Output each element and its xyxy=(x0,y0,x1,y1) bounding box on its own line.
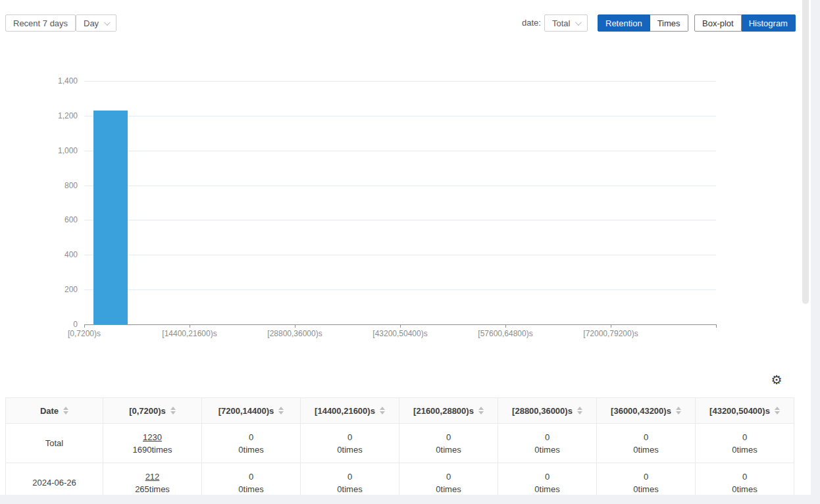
times-value: 0times xyxy=(399,483,498,495)
retention-value: 0 xyxy=(202,431,300,443)
retention-value: 0 xyxy=(301,431,399,443)
y-axis-tick-label: 1,200 xyxy=(38,111,78,120)
sort-icon[interactable] xyxy=(775,407,780,415)
value-cell: 00times xyxy=(597,424,696,463)
retention-value-link[interactable]: 212 xyxy=(103,470,201,483)
value-cell: 12301690times xyxy=(103,424,202,463)
sort-icon[interactable] xyxy=(478,407,484,415)
gridline xyxy=(84,220,716,220)
gridline xyxy=(84,151,716,151)
x-axis-tick-label: [28800,36000)s xyxy=(242,329,347,338)
x-axis-tick xyxy=(84,324,85,328)
times-value: 0times xyxy=(301,443,399,456)
sort-icon[interactable] xyxy=(380,407,385,415)
x-axis-tick xyxy=(611,324,611,328)
y-axis-tick-label: 0 xyxy=(38,320,78,329)
value-cell: 00times xyxy=(498,424,597,463)
sort-icon[interactable] xyxy=(63,407,68,415)
column-header-bin-4[interactable]: [21600,28800)s xyxy=(399,398,498,424)
times-value: 1690times xyxy=(103,443,201,456)
x-axis-tick-label: [57600,64800)s xyxy=(453,329,558,338)
value-cell: 00times xyxy=(498,463,597,495)
times-value: 0times xyxy=(696,443,794,456)
vertical-scrollbar-thumb[interactable] xyxy=(802,0,809,304)
column-header-bin-1[interactable]: [0,7200)s xyxy=(103,398,202,424)
value-cell: 00times xyxy=(696,424,794,463)
retention-value: 0 xyxy=(399,470,498,483)
y-axis-tick-label: 200 xyxy=(38,285,78,294)
gridline xyxy=(84,81,716,82)
times-value: 0times xyxy=(597,443,695,456)
times-value: 0times xyxy=(202,443,300,456)
retention-table: Date[0,7200)s[7200,14400)s[14400,21600)s… xyxy=(5,397,795,495)
retention-value: 0 xyxy=(597,431,695,443)
value-cell: 00times xyxy=(696,463,794,495)
date-cell: Total xyxy=(6,424,103,463)
times-value: 0times xyxy=(696,483,794,495)
value-cell: 00times xyxy=(202,424,301,463)
column-header-date[interactable]: Date xyxy=(6,398,103,424)
sort-icon[interactable] xyxy=(577,407,582,415)
x-axis-tick-label: [0,7200)s xyxy=(32,329,137,338)
vertical-scrollbar[interactable] xyxy=(811,0,820,504)
x-axis-tick xyxy=(190,324,190,328)
value-cell: 00times xyxy=(301,424,399,463)
column-header-label: [14400,21600)s xyxy=(315,406,375,416)
retention-value: 0 xyxy=(498,470,596,483)
gridline xyxy=(84,116,716,116)
gridline xyxy=(84,186,716,186)
x-axis-tick-label: [14400,21600)s xyxy=(137,329,242,338)
sort-icon[interactable] xyxy=(278,407,284,415)
x-axis-tick xyxy=(400,324,401,328)
value-cell: 00times xyxy=(399,424,498,463)
retention-value: 0 xyxy=(202,470,300,483)
times-value: 0times xyxy=(597,483,695,495)
retention-value: 0 xyxy=(399,431,498,443)
column-header-label: [7200,14400)s xyxy=(218,406,274,416)
gear-icon[interactable]: ⚙ xyxy=(769,372,784,388)
y-axis-tick-label: 1,000 xyxy=(38,146,78,155)
column-header-label: [28800,36000)s xyxy=(512,406,573,416)
value-cell: 00times xyxy=(301,463,399,495)
x-axis-tick xyxy=(716,324,717,328)
value-cell: 00times xyxy=(597,463,696,495)
column-header-label: [36000,43200)s xyxy=(611,406,671,416)
retention-value: 0 xyxy=(696,431,794,443)
table-row: 2024-06-26212265times00times00times00tim… xyxy=(6,463,794,495)
y-axis-tick-label: 400 xyxy=(38,250,78,259)
sort-icon[interactable] xyxy=(676,407,681,415)
value-cell: 00times xyxy=(399,463,498,495)
times-value: 0times xyxy=(202,483,300,495)
value-cell: 212265times xyxy=(103,463,202,495)
retention-value-link[interactable]: 1230 xyxy=(103,431,201,443)
histogram-chart: 1,4001,2001,0008006004002000[0,7200)s[14… xyxy=(0,0,730,349)
x-axis-tick-label: [72000,79200)s xyxy=(558,329,663,338)
table-header: Date[0,7200)s[7200,14400)s[14400,21600)s… xyxy=(6,398,794,424)
table-row: Total12301690times00times00times00times0… xyxy=(6,424,794,463)
retention-value: 0 xyxy=(597,470,695,483)
histogram-bar[interactable] xyxy=(93,111,128,324)
times-value: 0times xyxy=(498,483,596,495)
column-header-bin-5[interactable]: [28800,36000)s xyxy=(498,398,597,424)
histogram-toggle-button[interactable]: Histogram xyxy=(742,14,796,32)
x-axis-tick-label: [43200,50400)s xyxy=(347,329,453,338)
gridline xyxy=(84,255,716,255)
y-axis-tick-label: 1,400 xyxy=(38,76,78,86)
analytics-page: Recent 7 days Day date: Total Retention … xyxy=(0,0,820,504)
column-header-bin-2[interactable]: [7200,14400)s xyxy=(202,398,301,424)
column-header-bin-3[interactable]: [14400,21600)s xyxy=(301,398,399,424)
y-axis-tick-label: 600 xyxy=(38,215,78,224)
gridline xyxy=(84,290,716,290)
date-cell: 2024-06-26 xyxy=(6,463,103,495)
x-axis-tick xyxy=(295,324,295,328)
horizontal-scrollbar[interactable] xyxy=(0,495,820,504)
times-value: 0times xyxy=(399,443,498,456)
column-header-bin-6[interactable]: [36000,43200)s xyxy=(597,398,696,424)
sort-icon[interactable] xyxy=(170,407,176,415)
y-axis-tick-label: 800 xyxy=(38,181,78,190)
column-header-bin-7[interactable]: [43200,50400)s xyxy=(696,398,794,424)
retention-value: 0 xyxy=(301,470,399,483)
retention-value: 0 xyxy=(498,431,596,443)
retention-value: 0 xyxy=(696,470,794,483)
column-header-label: [21600,28800)s xyxy=(413,406,474,416)
